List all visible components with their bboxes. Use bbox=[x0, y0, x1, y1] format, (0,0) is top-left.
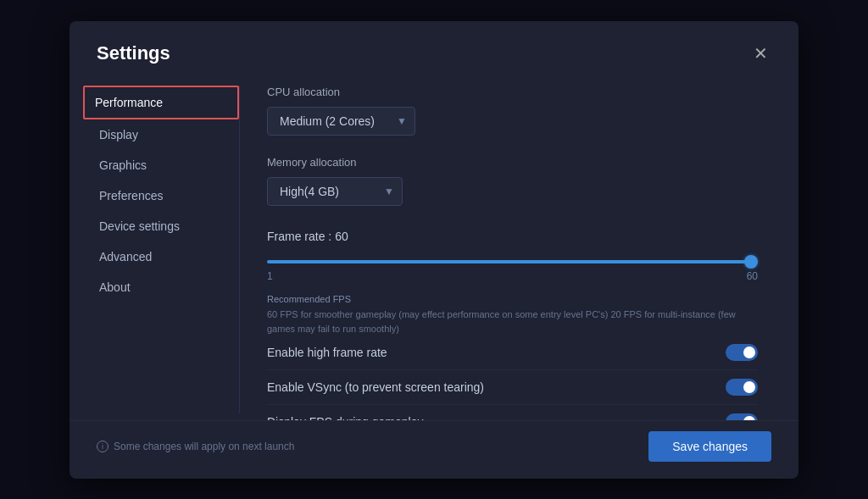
modal-title: Settings bbox=[97, 42, 170, 64]
save-changes-button[interactable]: Save changes bbox=[648, 431, 771, 462]
modal-body: Performance Display Graphics Preferences… bbox=[70, 65, 798, 420]
memory-allocation-label: Memory allocation bbox=[267, 156, 758, 169]
toggle-high-frame-rate[interactable] bbox=[726, 344, 758, 361]
cpu-select-wrapper: Low (1 Core) Medium (2 Cores) High (4 Co… bbox=[267, 107, 415, 136]
memory-allocation-select[interactable]: Low (2 GB) Medium (3 GB) High(4 GB) Very… bbox=[267, 177, 403, 206]
slider-range: 1 60 bbox=[267, 270, 758, 282]
recommended-fps-text: 60 FPS for smoother gameplay (may effect… bbox=[267, 308, 758, 335]
sidebar-item-display[interactable]: Display bbox=[70, 119, 239, 150]
toggle-row-high-frame-rate: Enable high frame rate bbox=[267, 335, 758, 370]
close-button[interactable]: ✕ bbox=[750, 42, 771, 65]
toggle-row-display-fps: Display FPS during gameplay bbox=[267, 405, 758, 420]
modal-header: Settings ✕ bbox=[70, 21, 798, 65]
cpu-allocation-label: CPU allocation bbox=[267, 86, 758, 98]
modal-overlay: Settings ✕ Performance Display Graphics … bbox=[0, 0, 868, 499]
recommended-fps-note: Recommended FPS 60 FPS for smoother game… bbox=[267, 292, 758, 336]
sidebar-item-device-settings[interactable]: Device settings bbox=[70, 211, 239, 241]
toggle-label-high-frame-rate: Enable high frame rate bbox=[267, 346, 387, 359]
modal-footer: i Some changes will apply on next launch… bbox=[70, 420, 798, 479]
toggle-row-vsync: Enable VSync (to prevent screen tearing) bbox=[267, 370, 758, 405]
sidebar: Performance Display Graphics Preferences… bbox=[70, 79, 239, 420]
sidebar-item-preferences[interactable]: Preferences bbox=[70, 180, 239, 211]
toggle-thumb-high-frame-rate bbox=[743, 347, 755, 358]
main-content: CPU allocation Low (1 Core) Medium (2 Co… bbox=[240, 79, 798, 420]
toggle-track-high-frame-rate bbox=[726, 344, 758, 361]
slider-max: 60 bbox=[747, 270, 758, 282]
info-icon: i bbox=[97, 441, 108, 452]
toggle-track-vsync bbox=[726, 379, 758, 396]
toggle-thumb-vsync bbox=[743, 381, 755, 393]
recommended-fps-title: Recommended FPS bbox=[267, 292, 758, 307]
cpu-allocation-select[interactable]: Low (1 Core) Medium (2 Cores) High (4 Co… bbox=[267, 107, 415, 136]
sidebar-item-about[interactable]: About bbox=[70, 272, 239, 302]
toggle-label-vsync: Enable VSync (to prevent screen tearing) bbox=[267, 380, 484, 394]
toggle-track-display-fps bbox=[726, 413, 758, 420]
toggle-thumb-display-fps bbox=[743, 416, 755, 420]
frame-rate-label: Frame rate : 60 bbox=[267, 230, 758, 243]
footer-note-text: Some changes will apply on next launch bbox=[114, 441, 294, 452]
sidebar-item-advanced[interactable]: Advanced bbox=[70, 241, 239, 272]
sidebar-item-performance[interactable]: Performance bbox=[83, 86, 239, 119]
sidebar-item-graphics[interactable]: Graphics bbox=[70, 150, 239, 180]
footer-note: i Some changes will apply on next launch bbox=[97, 441, 294, 452]
toggle-vsync[interactable] bbox=[726, 379, 758, 396]
toggle-display-fps[interactable] bbox=[726, 413, 758, 420]
settings-modal: Settings ✕ Performance Display Graphics … bbox=[70, 21, 798, 479]
memory-select-wrapper: Low (2 GB) Medium (3 GB) High(4 GB) Very… bbox=[267, 177, 403, 206]
frame-rate-slider-container bbox=[267, 252, 758, 267]
frame-rate-slider[interactable] bbox=[267, 260, 758, 263]
slider-min: 1 bbox=[267, 270, 273, 282]
